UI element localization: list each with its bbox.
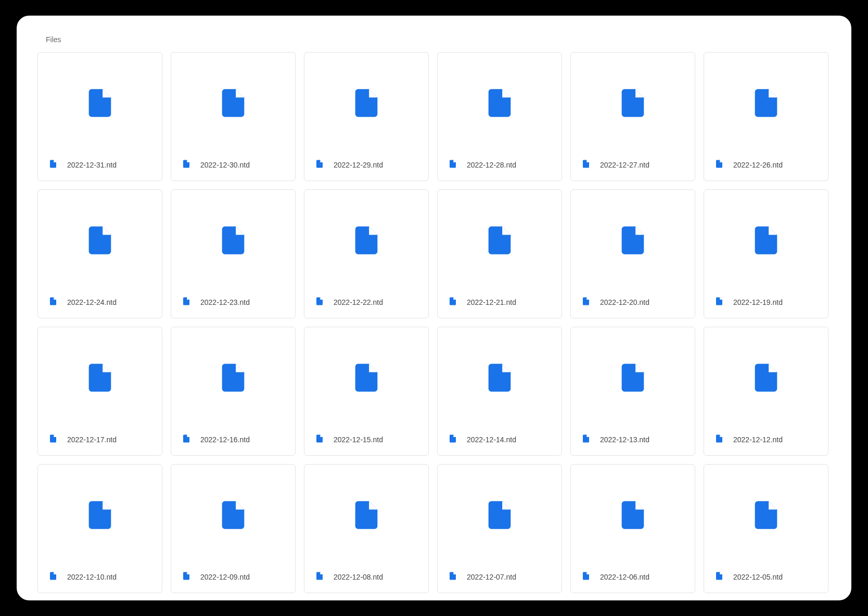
- file-icon: [83, 357, 117, 401]
- file-type-icon: [182, 159, 191, 171]
- file-icon: [216, 494, 250, 538]
- file-card[interactable]: 2022-12-27.ntd: [570, 52, 695, 181]
- file-footer: 2022-12-13.ntd: [571, 425, 695, 455]
- file-thumbnail: [438, 327, 561, 425]
- file-card[interactable]: 2022-12-31.ntd: [37, 52, 162, 181]
- file-card[interactable]: 2022-12-05.ntd: [704, 464, 828, 593]
- file-type-icon: [182, 297, 191, 308]
- file-icon: [83, 82, 117, 126]
- file-icon: [483, 494, 516, 538]
- file-name: 2022-12-29.ntd: [334, 161, 383, 169]
- file-type-icon: [448, 159, 457, 171]
- file-card[interactable]: 2022-12-30.ntd: [171, 52, 296, 181]
- file-card[interactable]: 2022-12-15.ntd: [304, 327, 429, 456]
- file-name: 2022-12-23.ntd: [200, 298, 250, 306]
- file-footer: 2022-12-16.ntd: [171, 425, 295, 455]
- file-card[interactable]: 2022-12-12.ntd: [704, 327, 828, 456]
- file-icon: [483, 82, 516, 126]
- file-card[interactable]: 2022-12-22.ntd: [304, 189, 429, 318]
- file-icon: [83, 220, 117, 263]
- file-thumbnail: [304, 327, 428, 425]
- file-thumbnail: [304, 190, 428, 288]
- file-card[interactable]: 2022-12-09.ntd: [171, 464, 296, 593]
- file-card[interactable]: 2022-12-07.ntd: [437, 464, 562, 593]
- file-footer: 2022-12-22.ntd: [304, 288, 428, 318]
- file-thumbnail: [304, 53, 428, 150]
- file-type-icon: [714, 159, 724, 171]
- file-footer: 2022-12-08.ntd: [304, 562, 428, 593]
- file-card[interactable]: 2022-12-24.ntd: [37, 189, 162, 318]
- file-icon: [350, 82, 383, 126]
- file-type-icon: [48, 159, 58, 171]
- file-thumbnail: [438, 190, 561, 288]
- file-card[interactable]: 2022-12-20.ntd: [570, 189, 695, 318]
- file-name: 2022-12-22.ntd: [334, 298, 383, 306]
- file-icon: [216, 82, 250, 126]
- file-card[interactable]: 2022-12-16.ntd: [171, 327, 296, 456]
- file-type-icon: [581, 434, 591, 445]
- file-footer: 2022-12-24.ntd: [38, 288, 162, 318]
- file-thumbnail: [704, 190, 828, 288]
- file-footer: 2022-12-31.ntd: [38, 150, 162, 181]
- file-name: 2022-12-08.ntd: [334, 573, 383, 581]
- file-card[interactable]: 2022-12-19.ntd: [704, 189, 828, 318]
- file-card[interactable]: 2022-12-06.ntd: [570, 464, 695, 593]
- file-name: 2022-12-06.ntd: [600, 573, 649, 581]
- file-thumbnail: [171, 327, 295, 425]
- file-footer: 2022-12-21.ntd: [438, 288, 561, 318]
- file-type-icon: [448, 434, 457, 445]
- file-card[interactable]: 2022-12-26.ntd: [704, 52, 828, 181]
- file-thumbnail: [171, 190, 295, 288]
- file-card[interactable]: 2022-12-23.ntd: [171, 189, 296, 318]
- file-thumbnail: [38, 327, 162, 425]
- file-footer: 2022-12-20.ntd: [571, 288, 695, 318]
- file-footer: 2022-12-26.ntd: [704, 150, 828, 181]
- file-icon: [616, 357, 649, 401]
- file-card[interactable]: 2022-12-28.ntd: [437, 52, 562, 181]
- file-footer: 2022-12-28.ntd: [438, 150, 561, 181]
- file-type-icon: [48, 297, 58, 308]
- file-type-icon: [182, 571, 191, 583]
- file-name: 2022-12-30.ntd: [200, 161, 250, 169]
- file-type-icon: [48, 434, 58, 445]
- file-thumbnail: [304, 465, 428, 562]
- file-icon: [350, 357, 383, 401]
- file-footer: 2022-12-05.ntd: [704, 562, 828, 593]
- file-name: 2022-12-10.ntd: [67, 573, 117, 581]
- file-type-icon: [714, 571, 724, 583]
- file-name: 2022-12-17.ntd: [67, 435, 117, 444]
- file-footer: 2022-12-23.ntd: [171, 288, 295, 318]
- file-name: 2022-12-24.ntd: [67, 298, 117, 306]
- file-type-icon: [581, 571, 591, 583]
- file-type-icon: [448, 571, 457, 583]
- file-name: 2022-12-31.ntd: [67, 161, 117, 169]
- file-name: 2022-12-20.ntd: [600, 298, 649, 306]
- file-icon: [350, 220, 383, 263]
- file-card[interactable]: 2022-12-29.ntd: [304, 52, 429, 181]
- file-footer: 2022-12-17.ntd: [38, 425, 162, 455]
- file-card[interactable]: 2022-12-08.ntd: [304, 464, 429, 593]
- file-icon: [483, 357, 516, 401]
- file-type-icon: [315, 434, 324, 445]
- file-footer: 2022-12-29.ntd: [304, 150, 428, 181]
- file-name: 2022-12-07.ntd: [467, 573, 516, 581]
- file-thumbnail: [704, 53, 828, 150]
- file-name: 2022-12-05.ntd: [733, 573, 783, 581]
- file-name: 2022-12-12.ntd: [733, 435, 783, 444]
- file-footer: 2022-12-10.ntd: [38, 562, 162, 593]
- file-name: 2022-12-09.ntd: [200, 573, 250, 581]
- file-thumbnail: [571, 53, 695, 150]
- file-name: 2022-12-28.ntd: [467, 161, 516, 169]
- file-type-icon: [581, 297, 591, 308]
- file-icon: [749, 494, 783, 538]
- file-card[interactable]: 2022-12-13.ntd: [570, 327, 695, 456]
- file-footer: 2022-12-07.ntd: [438, 562, 561, 593]
- file-card[interactable]: 2022-12-10.ntd: [37, 464, 162, 593]
- file-thumbnail: [171, 53, 295, 150]
- file-card[interactable]: 2022-12-17.ntd: [37, 327, 162, 456]
- file-footer: 2022-12-15.ntd: [304, 425, 428, 455]
- file-thumbnail: [38, 465, 162, 562]
- file-card[interactable]: 2022-12-21.ntd: [437, 189, 562, 318]
- file-card[interactable]: 2022-12-14.ntd: [437, 327, 562, 456]
- file-footer: 2022-12-06.ntd: [571, 562, 695, 593]
